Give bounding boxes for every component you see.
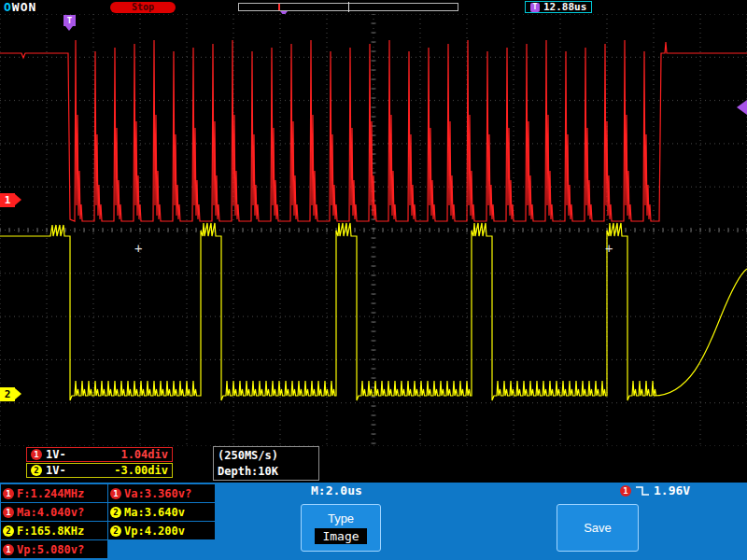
save-softkey[interactable]: Save [557,504,639,552]
measurements-panel: 1 F:1.244MHz 1 Va:3.360v? 1 Ma:4.040v? 2… [1,484,215,558]
vertical-position: 1.04div [120,448,168,461]
graticule [0,14,747,446]
channel-badge: 2 [3,525,14,537]
trigger-time-value: 12.88us [543,1,586,13]
acquisition-info-box: (250MS/s) Depth:10K [213,446,319,481]
trigger-position-tick [278,4,280,10]
timebase-readout: M:2.0us [311,483,362,497]
trigger-horizontal-marker: T [63,15,76,26]
measurement-item: 1 Ma:4.040v? [1,503,107,521]
brand-logo: OWON [4,0,36,14]
sample-rate: (250MS/s) [218,448,315,464]
channel-badge: 2 [110,507,121,518]
measurement-label: Va:3.360v? [124,487,191,500]
measurement-label: F:1.244MHz [17,487,84,500]
measurement-item: 1 Va:3.360v? [108,484,215,502]
channel-badge: 2 [31,465,42,476]
save-label: Save [584,521,612,535]
measurement-label: Ma:4.040v? [17,506,84,519]
measurement-label: Ma:3.640v [124,506,185,519]
window-center-tick [348,2,349,12]
waveform-display [0,14,747,446]
vertical-position: -3.00div [114,464,168,477]
measurement-label: F:165.8KHz [17,525,84,538]
channel-badge: 1 [3,488,14,499]
channel-badge: 1 [620,485,631,497]
falling-edge-icon [635,484,650,497]
channel-badge: 1 [3,544,14,555]
channel-badge: 1 [110,488,121,499]
channel-badge: 1 [31,449,42,460]
waveform-area: T 1 2 + + [0,14,747,446]
trigger-position-bar [238,3,458,11]
channel-badge: 2 [110,525,121,537]
cursor-plus-left: + [134,241,142,256]
channel-badge: 1 [3,507,14,518]
measurement-label: Vp:4.200v [124,525,185,538]
trigger-time-readout: T 12.88us [525,1,592,13]
ch1-marker: 1 [0,193,15,207]
measurement-item: 2 F:165.8KHz [1,522,107,539]
measurement-item: 2 Vp:4.200v [108,522,215,539]
vertical-scale: 1V- [46,464,66,477]
measurement-item: 1 Vp:5.080v? [1,540,107,558]
cursor-plus-right: + [605,241,613,256]
run-state-indicator[interactable]: Stop [110,2,176,13]
top-bar: OWON Stop T 12.88us [0,0,747,14]
oscilloscope-screen: OWON Stop T 12.88us T 1 2 + + 1 1V- 1.04… [0,0,747,560]
measurement-label: Vp:5.080v? [17,543,84,556]
trigger-icon: T [530,3,540,12]
ch2-marker: 2 [0,387,15,401]
vertical-scale: 1V- [46,448,66,461]
type-label: Type [328,511,354,525]
record-depth: Depth:10K [218,464,315,480]
bottom-bar: 1 F:1.244MHz 1 Va:3.360v? 1 Ma:4.040v? 2… [0,483,747,560]
ch1-scale-readout: 1 1V- 1.04div [26,447,173,462]
trigger-level-arrow-icon [737,100,747,115]
trigger-level-value: 1.96V [654,483,690,497]
measurement-item: 1 F:1.244MHz [1,484,107,502]
type-softkey[interactable]: Type Image [301,504,381,552]
measurement-item: 2 Ma:3.640v [108,503,215,521]
type-value: Image [315,528,366,544]
trigger-level-readout: 1 1.96V [620,483,690,497]
ch2-scale-readout: 2 1V- -3.00div [26,463,173,478]
